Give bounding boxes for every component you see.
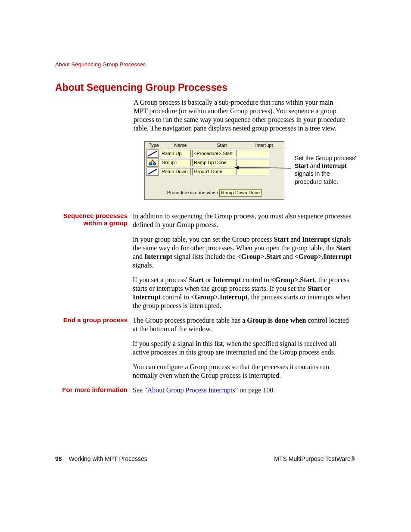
done-when-row: Procedure is done when Ramp Down.Done	[145, 189, 284, 197]
col-header-type: Type	[145, 142, 163, 149]
page-title: About Sequencing Group Processes	[55, 82, 227, 93]
paragraph: In your group table, you can set the Gro…	[133, 235, 352, 270]
table-row: Ramp Down Group1.Done	[145, 167, 284, 176]
paragraph: You can configure a Group process so tha…	[133, 363, 352, 380]
ramp-icon	[146, 168, 159, 176]
page-number: 98	[55, 455, 62, 462]
interrupt-cell	[237, 150, 269, 157]
section-label: For more information	[55, 386, 133, 401]
section-label: Sequence processes within a group	[55, 212, 133, 316]
page-footer: 98 Working with MPT Processes MTS MultiP…	[55, 455, 355, 462]
interrupt-cell	[237, 168, 269, 175]
done-when-value: Ramp Down.Done	[219, 189, 262, 197]
procedure-table-figure: Type Name Start Interrupt Ramp Up <Proce…	[144, 141, 284, 200]
paragraph: In addition to sequencing the Group proc…	[133, 212, 352, 229]
paragraph: If you set a process' Start or Interrupt…	[133, 276, 352, 310]
svg-line-4	[148, 169, 157, 174]
interrupt-cell	[237, 159, 269, 166]
name-cell: Ramp Up	[160, 150, 191, 157]
svg-rect-1	[149, 163, 152, 165]
start-cell: Ramp Up.Done	[192, 159, 235, 166]
cross-reference-link[interactable]: "About Group Process Interrupts"	[144, 386, 238, 394]
section-sequence: Sequence processes within a group In add…	[55, 212, 352, 316]
start-cell: <Procedure>.Start	[192, 150, 235, 157]
start-cell: Group1.Done	[192, 168, 235, 175]
product-name: MTS MultiPurpose TestWare®	[274, 455, 355, 462]
callout-text: Set the Group process' Start and Interru…	[295, 154, 357, 186]
svg-rect-2	[153, 163, 156, 165]
col-header-interrupt: Interrupt	[246, 142, 283, 149]
col-header-name: Name	[163, 142, 198, 149]
paragraph: The Group process procedure table has a …	[133, 316, 352, 333]
svg-line-0	[148, 151, 157, 156]
section-label: End a group process	[55, 316, 133, 386]
name-cell: Ramp Down	[160, 168, 191, 175]
chapter-title: Working with MPT Processes	[68, 455, 147, 462]
table-row: Group1 Ramp Up.Done	[145, 158, 284, 167]
table-header-row: Type Name Start Interrupt	[145, 142, 284, 149]
paragraph: See "About Group Process Interrupts" on …	[133, 386, 352, 395]
group-icon	[146, 159, 159, 167]
section-more-info: For more information See "About Group Pr…	[55, 386, 352, 401]
intro-paragraph: A Group process is basically a sub-proce…	[134, 98, 349, 133]
col-header-start: Start	[198, 142, 246, 149]
name-cell: Group1	[160, 159, 191, 166]
table-row: Ramp Up <Procedure>.Start	[145, 149, 284, 158]
ramp-icon	[146, 149, 159, 158]
running-header: About Sequencing Group Processes	[55, 61, 146, 68]
paragraph: If you specify a signal in this list, wh…	[133, 339, 352, 357]
done-when-label: Procedure is done when	[167, 190, 218, 195]
svg-point-3	[152, 160, 153, 161]
section-end: End a group process The Group process pr…	[55, 316, 352, 386]
